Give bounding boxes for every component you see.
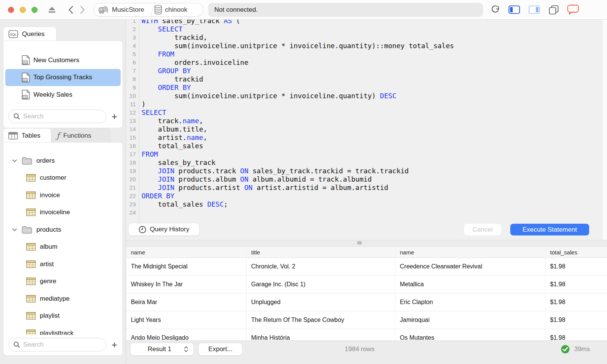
sql-editor[interactable]: 123456789101112131415161718192021222324 … — [126, 20, 607, 240]
tree-table[interactable]: invoiceline — [3, 204, 123, 221]
query-item[interactable]: SQLTop Grossing Tracks — [5, 69, 121, 86]
table-cell: $1.98 — [546, 311, 607, 329]
column-header[interactable]: title — [247, 247, 395, 257]
column-header[interactable]: name — [395, 247, 546, 257]
close-button[interactable] — [8, 7, 14, 13]
search-icon — [13, 341, 20, 348]
minimize-button[interactable] — [20, 7, 26, 13]
chevron-down-icon[interactable] — [12, 159, 17, 163]
table-icon — [26, 174, 36, 182]
sql-badge-icon: SQL — [8, 30, 18, 38]
toggle-right-sidebar-icon[interactable] — [528, 5, 540, 14]
breadcrumb-database[interactable]: chinook — [154, 5, 187, 15]
table-row[interactable]: Whiskey In The JarGarage Inc. (Disc 1)Me… — [126, 276, 607, 293]
code-line: WITH sales_by_track AS ( — [142, 20, 454, 25]
code-line: orders.invoiceline — [142, 58, 454, 67]
tree-table[interactable]: artist — [3, 256, 123, 273]
code-line: trackid, — [142, 33, 454, 42]
code-line: JOIN products.track ON sales_by_track.tr… — [142, 167, 454, 175]
editor-scrollbar-track[interactable] — [603, 20, 607, 240]
tree-table[interactable]: mediatype — [3, 290, 123, 308]
execute-statement-button[interactable]: Execute Statement — [510, 224, 589, 235]
tree-table[interactable]: genre — [3, 273, 123, 290]
server-name: MusicStore — [112, 6, 144, 14]
forward-button[interactable] — [80, 6, 85, 14]
table-cell: Metallica — [395, 276, 546, 293]
export-button[interactable]: Export... — [198, 343, 242, 356]
code-line: ORDER BY — [142, 83, 454, 92]
svg-text:SQL: SQL — [22, 96, 27, 99]
tree-table[interactable]: invoice — [3, 187, 123, 204]
tree-folder[interactable]: orders — [3, 152, 123, 169]
refresh-icon[interactable] — [491, 5, 500, 14]
code-line: total_sales — [142, 142, 454, 150]
toggle-left-sidebar-icon[interactable] — [508, 5, 520, 14]
query-item-label: Weekly Sales — [33, 91, 72, 99]
postgres-elephant-icon — [97, 5, 109, 14]
success-check-icon — [561, 345, 570, 354]
code-line: ) — [142, 100, 454, 108]
queries-search-input[interactable] — [23, 113, 99, 120]
table-row[interactable]: Ando Meio DesligadoMinha HistóriaOs Muta… — [126, 329, 607, 340]
tree-folder[interactable]: products — [3, 221, 123, 238]
table-grid-icon — [8, 132, 18, 140]
code-line: FROM — [142, 150, 454, 158]
table-row[interactable]: The Midnight SpecialChronicle, Vol. 2Cre… — [126, 258, 607, 276]
function-icon: ƒ — [57, 131, 60, 140]
column-header[interactable]: name — [126, 247, 247, 257]
tables-search[interactable] — [8, 338, 106, 351]
query-history-button[interactable]: Query History — [128, 223, 200, 236]
tree-table[interactable]: playlist — [3, 308, 123, 325]
splitter-drag-handle[interactable] — [357, 241, 362, 245]
tab-functions[interactable]: ƒ Functions — [51, 128, 110, 143]
column-header[interactable]: total_sales — [546, 247, 607, 257]
tables-search-input[interactable] — [23, 341, 99, 348]
feedback-bubble-icon[interactable] — [567, 5, 579, 15]
tab-queries[interactable]: SQL Queries — [3, 27, 57, 41]
table-icon — [26, 278, 36, 285]
code-line: total_sales DESC; — [142, 200, 454, 209]
search-icon — [13, 113, 20, 120]
back-button[interactable] — [68, 6, 73, 14]
tree-folder-label: products — [36, 226, 61, 234]
table-icon — [26, 191, 36, 199]
add-query-button[interactable]: + — [112, 113, 117, 120]
stepper-icon — [184, 346, 189, 352]
code-line: GROUP BY — [142, 67, 454, 75]
query-item[interactable]: SQLWeekly Sales — [5, 86, 121, 104]
add-table-button[interactable]: + — [112, 341, 117, 348]
query-item[interactable]: SQLNew Customers — [5, 52, 121, 69]
zoom-button[interactable] — [31, 7, 38, 13]
eject-icon[interactable] — [47, 6, 57, 14]
breadcrumb-server[interactable]: MusicStore — [97, 5, 144, 14]
table-cell: $1.98 — [546, 329, 607, 340]
footer-bar: Result 1 Export... 1984 rows 39ms — [126, 340, 607, 364]
table-cell: Jamiroquai — [395, 311, 546, 329]
tree-table[interactable]: album — [3, 238, 123, 256]
tab-tables[interactable]: Tables — [3, 128, 51, 143]
table-cell: Garage Inc. (Disc 1) — [247, 276, 395, 293]
tab-queries-label: Queries — [22, 30, 45, 38]
result-selector[interactable]: Result 1 — [130, 343, 194, 356]
windows-icon[interactable] — [549, 5, 559, 15]
code-line: artist.name, — [142, 133, 454, 142]
table-row[interactable]: Light YearsThe Return Of The Space Cowbo… — [126, 311, 607, 329]
query-item-label: New Customers — [33, 56, 79, 64]
tree-table-label: artist — [40, 260, 54, 268]
queries-panel: SQLNew CustomersSQLTop Grossing TracksSQ… — [3, 41, 123, 128]
code-line: trackid — [142, 75, 454, 83]
code-line: FROM — [142, 50, 454, 58]
chevron-down-icon[interactable] — [12, 228, 17, 232]
sql-code[interactable]: WITH sales_by_track AS ( SELECT trackid,… — [142, 20, 454, 217]
folder-icon — [22, 226, 32, 234]
queries-search[interactable] — [8, 110, 106, 123]
code-line: track.name, — [142, 117, 454, 125]
splitter-line — [126, 240, 607, 240]
sidebar: SQL Queries SQLNew CustomersSQLTop Gross… — [0, 20, 126, 364]
gutter-divider — [139, 20, 139, 224]
results-header: nametitlenametotal_sales — [126, 246, 607, 258]
tree-table[interactable]: customer — [3, 169, 123, 187]
table-icon — [26, 260, 36, 268]
svg-text:SQL: SQL — [10, 32, 16, 36]
table-row[interactable]: Beira MarUnpluggedEric Clapton$1.98 — [126, 293, 607, 311]
